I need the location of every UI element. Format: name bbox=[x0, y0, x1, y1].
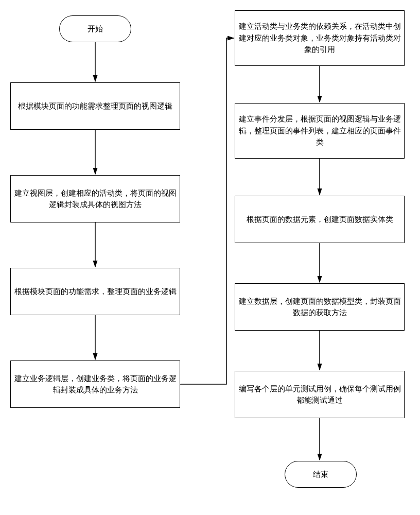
step-7: 根据页面的数据元素，创建页面数据实体类 bbox=[235, 196, 405, 243]
step-4: 建立业务逻辑层，创建业务类，将页面的业务逻辑封装成具体的业务方法 bbox=[10, 360, 180, 408]
flowchart: 开始 根据模块页面的功能需求整理页面的视图逻辑 建立视图层，创建相应的活动类，将… bbox=[10, 10, 410, 505]
step-7-text: 根据页面的数据元素，创建页面数据实体类 bbox=[247, 214, 393, 225]
step-2-text: 建立视图层，创建相应的活动类，将页面的视图逻辑封装成具体的视图方法 bbox=[14, 187, 177, 211]
step-5-text: 建立活动类与业务类的依赖关系，在活动类中创建对应的业务类对象，业务类对象持有活动… bbox=[238, 21, 401, 55]
end-terminator: 结束 bbox=[285, 461, 357, 488]
step-2: 建立视图层，创建相应的活动类，将页面的视图逻辑封装成具体的视图方法 bbox=[10, 175, 180, 222]
step-3-text: 根据模块页面的功能需求，整理页面的业务逻辑 bbox=[14, 286, 177, 297]
step-9: 编写各个层的单元测试用例，确保每个测试用例都能测试通过 bbox=[235, 371, 405, 418]
step-9-text: 编写各个层的单元测试用例，确保每个测试用例都能测试通过 bbox=[238, 383, 401, 406]
step-6-text: 建立事件分发层，根据页面的视图逻辑与业务逻辑，整理页面的事件列表，建立相应的页面… bbox=[238, 113, 401, 148]
step-1: 根据模块页面的功能需求整理页面的视图逻辑 bbox=[10, 82, 180, 130]
start-terminator: 开始 bbox=[59, 15, 131, 42]
step-4-text: 建立业务逻辑层，创建业务类，将页面的业务逻辑封装成具体的业务方法 bbox=[14, 373, 177, 396]
step-8-text: 建立数据层，创建页面的数据模型类，封装页面数据的获取方法 bbox=[238, 296, 401, 319]
step-6: 建立事件分发层，根据页面的视图逻辑与业务逻辑，整理页面的事件列表，建立相应的页面… bbox=[235, 103, 405, 159]
end-label: 结束 bbox=[313, 469, 328, 480]
step-8: 建立数据层，创建页面的数据模型类，封装页面数据的获取方法 bbox=[235, 283, 405, 331]
step-1-text: 根据模块页面的功能需求整理页面的视图逻辑 bbox=[18, 100, 172, 112]
step-5: 建立活动类与业务类的依赖关系，在活动类中创建对应的业务类对象，业务类对象持有活动… bbox=[235, 10, 405, 66]
step-3: 根据模块页面的功能需求，整理页面的业务逻辑 bbox=[10, 268, 180, 315]
start-label: 开始 bbox=[87, 23, 103, 35]
